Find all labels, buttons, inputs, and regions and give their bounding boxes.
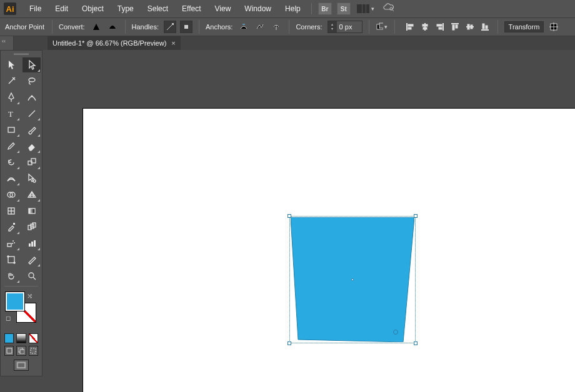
separator — [289, 20, 289, 34]
artboard-tool[interactable] — [2, 252, 20, 267]
stepper-icon[interactable]: ▴▾ — [328, 22, 337, 31]
selection-mode-label: Anchor Point — [5, 23, 44, 31]
menu-edit[interactable]: Edit — [49, 2, 74, 16]
bbox-handle-tr[interactable] — [414, 214, 418, 218]
menu-window[interactable]: Window — [239, 2, 277, 16]
align-bottom-icon[interactable] — [479, 21, 491, 33]
svg-rect-17 — [439, 27, 442, 29]
draw-behind-icon[interactable] — [16, 346, 26, 356]
bbox-handle-tl[interactable] — [288, 214, 291, 218]
menu-select[interactable]: Select — [142, 2, 174, 16]
color-mode-none[interactable] — [29, 333, 38, 343]
svg-rect-13 — [422, 24, 428, 26]
isolate-icon[interactable]: ▾ — [376, 21, 388, 33]
menu-view[interactable]: View — [209, 2, 237, 16]
menu-help[interactable]: Help — [279, 2, 306, 16]
connect-anchor-icon[interactable] — [254, 21, 266, 33]
menu-bar: Ai File Edit Object Type Select Effect V… — [0, 0, 575, 17]
curvature-tool[interactable] — [22, 90, 41, 105]
draw-normal-icon[interactable] — [4, 346, 14, 356]
menu-type[interactable]: Type — [112, 2, 139, 16]
corner-radius-field[interactable]: ▴▾ — [328, 21, 362, 33]
fill-stroke-swatches[interactable]: ⤭ ◻ — [4, 291, 38, 330]
separator — [394, 20, 395, 34]
draw-mode-row — [4, 346, 38, 356]
eyedropper-tool[interactable] — [2, 220, 20, 235]
svg-rect-64 — [8, 257, 14, 263]
svg-rect-71 — [7, 348, 12, 353]
hide-handles-icon[interactable] — [180, 21, 192, 33]
bbox-handle-br[interactable] — [414, 341, 418, 345]
default-fill-stroke-icon[interactable]: ◻ — [6, 315, 11, 321]
free-transform-tool[interactable] — [22, 171, 41, 186]
svg-rect-73 — [20, 350, 24, 354]
shape-builder-tool[interactable] — [2, 187, 20, 202]
pen-tool[interactable] — [2, 90, 20, 105]
symbol-sprayer-tool[interactable] — [2, 236, 20, 251]
menu-file[interactable]: File — [24, 2, 47, 16]
column-graph-tool[interactable] — [22, 236, 41, 251]
blend-tool[interactable] — [22, 220, 41, 235]
color-mode-gradient[interactable] — [16, 333, 26, 343]
rotate-tool[interactable] — [2, 155, 20, 170]
stock-icon[interactable]: St — [337, 2, 351, 15]
hand-tool[interactable] — [2, 268, 20, 283]
corner-radius-input[interactable] — [337, 21, 362, 32]
align-group — [404, 21, 491, 33]
bbox-handle-bl[interactable] — [288, 341, 291, 345]
cut-path-icon[interactable] — [270, 21, 282, 33]
svg-rect-63 — [34, 240, 36, 247]
draw-inside-icon[interactable] — [29, 346, 38, 356]
chevron-down-icon: ▾ — [384, 24, 388, 30]
perspective-grid-tool[interactable] — [22, 187, 41, 202]
direct-selection-tool[interactable] — [22, 57, 41, 72]
align-hcenter-icon[interactable] — [419, 21, 431, 33]
transform-button[interactable]: Transform — [504, 21, 544, 32]
menu-effect[interactable]: Effect — [176, 2, 206, 16]
chevron-left-icon: ‹‹ — [2, 38, 6, 44]
separator — [498, 20, 498, 34]
rectangle-tool[interactable] — [2, 122, 20, 137]
slice-tool[interactable] — [22, 252, 41, 267]
document-tab[interactable]: Untitled-1* @ 66.67% (RGB/Preview) × — [48, 36, 181, 50]
search-cloud-icon[interactable] — [383, 3, 394, 14]
type-tool[interactable]: T — [2, 106, 20, 121]
panel-collapse-strip[interactable]: ‹‹ — [0, 36, 14, 50]
align-vcenter-icon[interactable] — [464, 21, 476, 33]
lasso-tool[interactable] — [22, 74, 41, 89]
screen-mode-icon[interactable] — [14, 360, 29, 371]
svg-rect-19 — [452, 25, 454, 30]
pencil-tool[interactable] — [2, 139, 20, 154]
live-corner-widget[interactable] — [393, 330, 398, 335]
align-top-icon[interactable] — [449, 21, 461, 33]
transform-each-icon[interactable] — [548, 21, 560, 33]
eraser-tool[interactable] — [22, 139, 41, 154]
magic-wand-tool[interactable] — [2, 74, 20, 89]
workspace-switcher[interactable]: ▾ — [357, 4, 374, 13]
svg-rect-52 — [29, 208, 35, 213]
selection-tool[interactable] — [2, 57, 20, 72]
convert-corner-icon[interactable] — [90, 21, 102, 33]
show-handles-icon[interactable] — [164, 21, 176, 33]
bridge-icon[interactable]: Br — [318, 2, 332, 15]
scale-tool[interactable] — [22, 155, 41, 170]
line-tool[interactable] — [22, 106, 41, 121]
width-tool[interactable] — [2, 171, 20, 186]
mesh-tool[interactable] — [2, 203, 20, 218]
zoom-tool[interactable] — [22, 268, 41, 283]
remove-anchor-icon[interactable] — [238, 21, 250, 33]
paintbrush-tool[interactable] — [22, 122, 41, 137]
canvas-stage[interactable] — [47, 50, 575, 392]
separator — [4, 286, 38, 287]
close-icon[interactable]: × — [171, 39, 175, 47]
align-left-icon[interactable] — [404, 21, 416, 33]
svg-rect-20 — [456, 25, 458, 28]
menu-object[interactable]: Object — [76, 2, 109, 16]
swap-fill-stroke-icon[interactable]: ⤭ — [27, 292, 32, 300]
fill-swatch[interactable] — [6, 292, 24, 311]
gradient-tool[interactable] — [22, 203, 41, 218]
color-mode-solid[interactable] — [4, 333, 14, 343]
align-right-icon[interactable] — [434, 21, 446, 33]
convert-smooth-icon[interactable] — [106, 21, 119, 33]
svg-rect-14 — [423, 27, 427, 29]
